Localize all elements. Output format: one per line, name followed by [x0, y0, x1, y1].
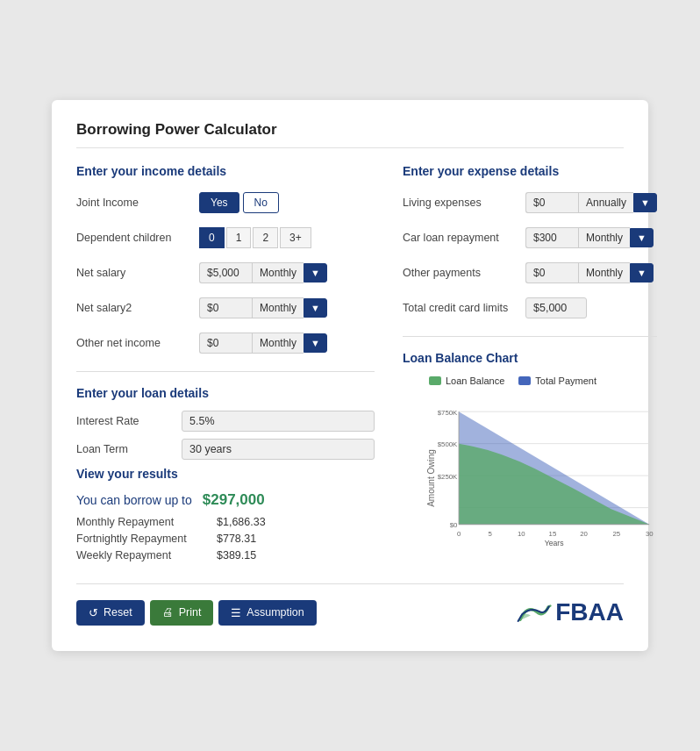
other-income-label: Other net income: [76, 337, 199, 349]
legend-payment-box: [518, 376, 531, 385]
svg-text:10: 10: [518, 530, 525, 538]
footer: ↺ Reset 🖨 Print ☰ Assumption FBAA: [76, 583, 624, 626]
living-expenses-input-group: $0 Annually ▼: [525, 192, 657, 213]
borrow-label: You can borrow up to: [76, 493, 192, 507]
net-salary-dropdown-icon[interactable]: ▼: [304, 263, 327, 283]
borrow-row: You can borrow up to $297,000: [76, 491, 375, 509]
svg-text:30: 30: [646, 530, 654, 538]
credit-card-value[interactable]: $5,000: [525, 297, 587, 318]
car-loan-label: Car loan repayment: [403, 232, 525, 244]
net-salary2-freq: Monthly: [252, 297, 304, 318]
monthly-label: Monthly Repayment: [76, 516, 217, 528]
svg-text:$250K: $250K: [438, 473, 458, 481]
fbaa-text: FBAA: [555, 598, 624, 626]
dep-btn-3plus[interactable]: 3+: [280, 227, 311, 248]
dependent-group: 0 1 2 3+: [199, 227, 311, 248]
fortnightly-value: $778.31: [217, 533, 256, 545]
y-axis-label: Amount Owing: [426, 449, 436, 507]
net-salary-input-group: $5,000 Monthly ▼: [199, 262, 327, 283]
card-title: Borrowing Power Calculator: [76, 121, 624, 148]
footer-buttons: ↺ Reset 🖨 Print ☰ Assumption: [76, 600, 317, 626]
credit-card-label: Total credit card limits: [403, 302, 525, 314]
car-loan-row: Car loan repayment $300 Monthly ▼: [403, 224, 657, 252]
loan-section: Enter your loan details Interest Rate 5.…: [76, 386, 375, 460]
loan-term-label: Loan Term: [76, 443, 182, 455]
net-salary2-row: Net salary2 $0 Monthly ▼: [76, 294, 375, 322]
monthly-value: $1,686.33: [217, 516, 266, 528]
results-section: View your results You can borrow up to $…: [76, 467, 375, 561]
reset-label: Reset: [104, 606, 132, 619]
dependent-row: Dependent children 0 1 2 3+: [76, 224, 375, 252]
chart-legend: Loan Balance Total Payment: [429, 376, 657, 386]
credit-card-row: Total credit card limits $5,000: [403, 294, 657, 322]
svg-text:Years: Years: [545, 539, 565, 547]
chart-container: Amount Owing $750K $500K $250K $0: [403, 393, 657, 562]
joint-income-no-button[interactable]: No: [243, 192, 279, 213]
fortnightly-row: Fortnightly Repayment $778.31: [76, 533, 375, 545]
dep-btn-1[interactable]: 1: [226, 227, 252, 248]
dep-btn-0[interactable]: 0: [199, 227, 225, 248]
interest-rate-value[interactable]: 5.5%: [182, 411, 375, 432]
interest-rate-row: Interest Rate 5.5%: [76, 411, 375, 432]
weekly-label: Weekly Repayment: [76, 549, 217, 561]
weekly-value: $389.15: [217, 549, 256, 561]
other-payments-input-group: $0 Monthly ▼: [525, 262, 654, 283]
other-payments-value[interactable]: $0: [525, 262, 578, 283]
dependent-label: Dependent children: [76, 232, 199, 244]
net-salary2-value[interactable]: $0: [199, 297, 252, 318]
other-income-input-group: $0 Monthly ▼: [199, 333, 327, 354]
joint-income-label: Joint Income: [76, 197, 199, 209]
living-expenses-value[interactable]: $0: [525, 192, 578, 213]
expenses-section-title: Enter your expense details: [403, 164, 657, 178]
joint-income-yes-button[interactable]: Yes: [199, 192, 239, 213]
living-expenses-dropdown-icon[interactable]: ▼: [633, 193, 657, 212]
interest-rate-label: Interest Rate: [76, 415, 182, 427]
other-payments-label: Other payments: [403, 267, 525, 279]
car-loan-dropdown-icon[interactable]: ▼: [630, 228, 654, 247]
monthly-row: Monthly Repayment $1,686.33: [76, 516, 375, 528]
calculator-card: Borrowing Power Calculator Enter your in…: [52, 100, 648, 651]
svg-text:25: 25: [613, 530, 621, 538]
joint-income-toggle: Yes No: [199, 192, 279, 213]
svg-text:20: 20: [580, 530, 588, 538]
other-payments-freq: Monthly: [578, 262, 630, 283]
net-salary-freq: Monthly: [252, 262, 304, 283]
svg-text:0: 0: [457, 530, 461, 538]
other-income-value[interactable]: $0: [199, 333, 252, 354]
net-salary2-dropdown-icon[interactable]: ▼: [304, 298, 327, 318]
chart-svg: $750K $500K $250K $0: [436, 393, 657, 560]
net-salary-row: Net salary $5,000 Monthly ▼: [76, 259, 375, 287]
net-salary-value[interactable]: $5,000: [199, 262, 252, 283]
svg-text:15: 15: [549, 530, 557, 538]
borrow-value: $297,000: [203, 491, 265, 509]
other-payments-dropdown-icon[interactable]: ▼: [630, 263, 654, 283]
print-button[interactable]: 🖨 Print: [150, 600, 214, 626]
loan-term-row: Loan Term 30 years: [76, 439, 375, 460]
assumption-button[interactable]: ☰ Assumption: [218, 600, 316, 626]
dep-btn-2[interactable]: 2: [253, 227, 278, 248]
net-salary2-input-group: $0 Monthly ▼: [199, 297, 327, 318]
print-icon: 🖨: [162, 606, 174, 619]
print-label: Print: [179, 606, 202, 619]
chart-title: Loan Balance Chart: [403, 351, 657, 365]
weekly-row: Weekly Repayment $389.15: [76, 549, 375, 561]
assumption-label: Assumption: [246, 606, 304, 619]
car-loan-value[interactable]: $300: [525, 227, 578, 248]
results-section-title: View your results: [76, 467, 375, 481]
reset-button[interactable]: ↺ Reset: [76, 600, 145, 626]
income-section-title: Enter your income details: [76, 164, 375, 178]
living-expenses-freq: Annually: [578, 192, 633, 213]
net-salary2-label: Net salary2: [76, 302, 199, 314]
svg-text:$500K: $500K: [438, 440, 458, 448]
loan-term-value[interactable]: 30 years: [182, 439, 375, 460]
svg-text:5: 5: [489, 530, 493, 538]
car-loan-freq: Monthly: [578, 227, 630, 248]
other-income-dropdown-icon[interactable]: ▼: [304, 333, 327, 353]
legend-balance-label: Loan Balance: [446, 376, 504, 386]
joint-income-row: Joint Income Yes No: [76, 189, 375, 217]
assumption-icon: ☰: [231, 606, 241, 619]
living-expenses-row: Living expenses $0 Annually ▼: [403, 189, 657, 217]
loan-section-title: Enter your loan details: [76, 386, 375, 400]
living-expenses-label: Living expenses: [403, 197, 525, 209]
legend-payment: Total Payment: [518, 376, 596, 386]
